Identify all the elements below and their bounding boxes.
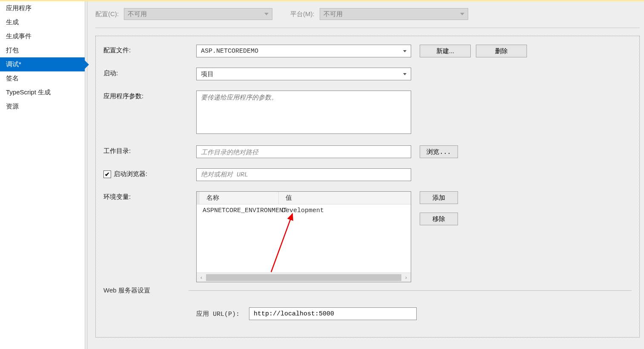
config-select: 不可用 <box>124 8 272 20</box>
profile-label: 配置文件: <box>103 45 196 54</box>
platform-label: 平台(M): <box>290 10 315 18</box>
launch-label: 启动: <box>103 68 196 77</box>
table-row[interactable]: ASPNETCORE_ENVIRONMENT Development <box>197 204 411 217</box>
delete-profile-button[interactable]: 删除 <box>476 45 527 57</box>
chevron-down-icon <box>403 50 406 52</box>
launch-browser-checkbox[interactable]: ✔ <box>103 170 111 178</box>
platform-value: 不可用 <box>323 10 343 18</box>
workdir-input[interactable] <box>196 145 411 158</box>
env-row: 环境变量: 名称 值 ASPNETCORE_ENVIRONMENT Develo… <box>96 191 639 282</box>
config-label: 配置(C): <box>95 10 119 18</box>
scroll-left-icon[interactable]: ‹ <box>197 273 206 282</box>
sidebar-item-build-events[interactable]: 生成事件 <box>0 29 85 43</box>
scroll-track[interactable] <box>206 274 401 281</box>
workdir-row: 工作目录: 浏览... <box>96 145 639 158</box>
env-scrollbar[interactable]: ‹ › <box>197 272 411 282</box>
add-env-button[interactable]: 添加 <box>420 191 458 204</box>
chevron-down-icon <box>460 13 464 15</box>
env-header-value[interactable]: 值 <box>279 192 299 204</box>
args-row: 应用程序参数: <box>96 91 639 135</box>
settings-panel: 配置文件: ASP.NETCOREDEMO 新建... 删除 启动: 项目 <box>95 36 640 338</box>
launch-browser-input[interactable] <box>196 168 411 181</box>
remove-env-button[interactable]: 移除 <box>420 213 458 225</box>
scroll-right-icon[interactable]: › <box>401 273 411 282</box>
app-url-input[interactable] <box>249 307 417 320</box>
env-header-name[interactable]: 名称 <box>197 192 279 204</box>
sidebar-item-application[interactable]: 应用程序 <box>0 1 85 15</box>
sidebar-item-resources[interactable]: 资源 <box>0 99 85 113</box>
app-url-label: 应用 URL(P): <box>196 310 249 318</box>
webserver-label: Web 服务器设置 <box>96 287 189 295</box>
env-label: 环境变量: <box>103 191 196 201</box>
env-header: 名称 值 <box>197 192 411 204</box>
sidebar: 应用程序 生成 生成事件 打包 调试* 签名 TypeScript 生成 资源 <box>0 1 85 349</box>
config-value: 不可用 <box>128 10 147 18</box>
args-label: 应用程序参数: <box>103 91 196 100</box>
config-platform-row: 配置(C): 不可用 平台(M): 不可用 <box>95 8 640 28</box>
sidebar-item-package[interactable]: 打包 <box>0 43 85 57</box>
launch-browser-label: 启动浏览器: <box>114 170 147 178</box>
env-cell-value: Development <box>282 207 324 214</box>
args-textarea[interactable] <box>196 91 411 134</box>
main-container: 应用程序 生成 生成事件 打包 调试* 签名 TypeScript 生成 资源 … <box>0 1 644 349</box>
chevron-down-icon <box>264 13 269 15</box>
platform-select: 不可用 <box>320 8 468 20</box>
launch-combo[interactable]: 项目 <box>196 68 411 80</box>
profile-row: 配置文件: ASP.NETCOREDEMO 新建... 删除 <box>96 45 639 57</box>
env-body: ASPNETCORE_ENVIRONMENT Development <box>197 204 411 272</box>
new-profile-button[interactable]: 新建... <box>420 45 471 57</box>
app-url-row: 应用 URL(P): <box>96 307 639 320</box>
svg-line-1 <box>271 214 292 272</box>
env-cell-name: ASPNETCORE_ENVIRONMENT <box>197 207 282 214</box>
sidebar-item-build[interactable]: 生成 <box>0 15 85 29</box>
annotation-arrow-icon <box>267 210 297 274</box>
browse-button[interactable]: 浏览... <box>420 145 458 158</box>
sidebar-item-signing[interactable]: 签名 <box>0 71 85 85</box>
env-vars-table[interactable]: 名称 值 ASPNETCORE_ENVIRONMENT Development <box>196 191 411 282</box>
sidebar-item-typescript[interactable]: TypeScript 生成 <box>0 85 85 99</box>
launch-row: 启动: 项目 <box>96 68 639 80</box>
workdir-label: 工作目录: <box>103 145 196 155</box>
divider <box>189 290 632 291</box>
profile-combo[interactable]: ASP.NETCOREDEMO <box>196 45 411 57</box>
sidebar-item-debug[interactable]: 调试* <box>0 57 85 71</box>
profile-value: ASP.NETCOREDEMO <box>201 48 258 55</box>
launch-browser-row: ✔ 启动浏览器: <box>96 168 639 181</box>
webserver-section-header: Web 服务器设置 <box>96 287 639 295</box>
chevron-down-icon <box>403 73 406 75</box>
main-panel: 配置(C): 不可用 平台(M): 不可用 配置文件: ASP.NETCORED… <box>88 1 644 349</box>
launch-value: 项目 <box>201 70 214 78</box>
